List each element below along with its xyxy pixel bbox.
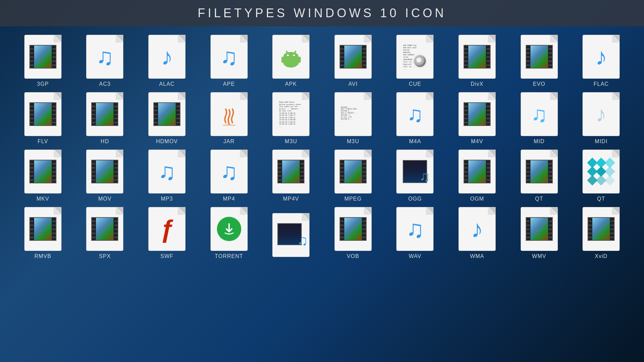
label-evo: EVO [533, 81, 545, 87]
label-mp3: MP3 [161, 196, 173, 202]
label-qt-diamond: QT [597, 196, 605, 202]
svg-rect-8 [298, 57, 301, 63]
label-mov: MOV [98, 196, 112, 202]
wav-note-icon: ♫ [406, 215, 424, 243]
torrent-logo-icon [222, 222, 236, 236]
icon-evo[interactable]: EVO [510, 33, 569, 87]
icon-3gp[interactable]: 3GP [14, 33, 72, 87]
music-note-icon: ♫ [220, 45, 238, 69]
icon-ogm[interactable]: OGM [448, 148, 506, 202]
music-note-icon: ♪ [595, 45, 607, 69]
icon-xvid[interactable]: XviD [572, 205, 630, 259]
icon-avi[interactable]: AVI [324, 33, 382, 87]
page-title: FILETYPES WINDOWS 10 ICON [0, 6, 644, 20]
label-ogg: OGG [408, 196, 422, 202]
music-note-icon: ♪ [161, 45, 173, 69]
icon-mp4[interactable]: ♫ MP4 [200, 148, 258, 202]
label-mkv: MKV [36, 196, 49, 202]
ogg-note-icon: ♫ [419, 169, 430, 185]
icon-mp4v[interactable]: MP4V [262, 148, 320, 202]
icon-mp3[interactable]: ♫ MP3 [138, 148, 196, 202]
label-wav: WAV [409, 253, 422, 259]
icon-flac[interactable]: ♪ FLAC [572, 33, 630, 87]
label-jar: JAR [223, 138, 234, 145]
icon-ogg[interactable]: ♫ OGG [386, 148, 445, 202]
icon-cue[interactable]: REM GENRE PopREM DATE 2016DISCIDBRCAUSER… [386, 33, 445, 87]
icon-mpeg[interactable]: MPEG [324, 148, 382, 202]
music-note-icon: ♫ [220, 160, 238, 183]
label-cue: CUE [409, 81, 421, 87]
svg-point-2 [283, 52, 298, 60]
icon-spx[interactable]: SPX [76, 205, 134, 259]
label-divx: DivX [471, 81, 484, 87]
label-apk: APK [285, 81, 297, 87]
label-swf: SWF [160, 253, 174, 259]
icon-torrent[interactable]: TORRENT [200, 205, 258, 259]
label-m3u-doc: M3U [347, 138, 359, 145]
label-m3u: M3U [285, 138, 297, 145]
icon-ac3[interactable]: ♫ AC3 [76, 33, 134, 87]
label-ac3: AC3 [99, 81, 110, 87]
mid-note-icon: ♫ [531, 102, 547, 127]
icon-wma[interactable]: ♪ WMA [448, 205, 506, 259]
icon-ape[interactable]: ♫ APE [200, 33, 258, 87]
label-avi: AVI [348, 81, 358, 87]
icon-m4a[interactable]: ♫ M4A [386, 90, 445, 145]
icon-wmv[interactable]: WMV [510, 205, 569, 259]
music-note-icon: ♫ [96, 45, 114, 69]
label-xvid: XviD [595, 253, 608, 259]
icon-alac[interactable]: ♪ ALAC [138, 33, 196, 87]
label-m4a: M4A [409, 138, 421, 145]
music-note-icon: ♫ [158, 160, 176, 183]
video-audio-note-icon: ♫ [297, 232, 308, 249]
icon-hd[interactable]: HD [76, 90, 134, 145]
icon-mov[interactable]: MOV [76, 148, 134, 202]
icons-grid: 3GP ♫ AC3 ♪ ALAC ♫ APE [0, 26, 644, 266]
icon-qt-video[interactable]: QT [510, 148, 569, 202]
label-flac: FLAC [594, 81, 609, 87]
icon-rmvb[interactable]: RMVB [14, 205, 72, 259]
icon-m4v[interactable]: M4V [448, 90, 506, 145]
icon-jar[interactable]: JAR [200, 90, 258, 145]
svg-point-11 [222, 124, 236, 126]
label-torrent: TORRENT [215, 253, 243, 259]
label-flv: FLV [38, 138, 48, 145]
label-m4v: M4V [471, 138, 483, 145]
icon-swf[interactable]: ƒ SWF [138, 205, 196, 259]
label-qt-video: QT [535, 196, 543, 202]
icon-hdmov[interactable]: HDMOV [138, 90, 196, 145]
svg-rect-7 [281, 57, 284, 63]
label-mid: MID [534, 138, 544, 145]
label-wmv: WMV [532, 253, 546, 259]
label-ape: APE [223, 81, 235, 87]
icon-qt-diamond[interactable]: QT [572, 148, 630, 202]
label-hdmov: HDMOV [156, 138, 178, 145]
icon-vob[interactable]: VOB [324, 205, 382, 259]
label-rmvb: RMVB [34, 253, 51, 259]
java-icon [219, 102, 239, 126]
torrent-circle-icon [217, 217, 241, 241]
flash-f-icon: ƒ [160, 216, 174, 242]
icon-mkv[interactable]: MKV [14, 148, 72, 202]
label-wma: WMA [470, 253, 484, 259]
header: FILETYPES WINDOWS 10 ICON [0, 0, 644, 26]
midi-note-icon: ♪ [596, 102, 606, 127]
label-alac: ALAC [159, 81, 175, 87]
icon-m3u-text[interactable]: Read mode Genre Online accounts shown: T… [262, 90, 320, 145]
icon-flv[interactable]: FLV [14, 90, 72, 145]
icon-mid[interactable]: ♫ MID [510, 90, 569, 145]
icon-midi[interactable]: ♪ MIDI [572, 90, 630, 145]
label-spx: SPX [99, 253, 111, 259]
music-note-icon: ♫ [407, 103, 423, 125]
label-3gp: 3GP [37, 81, 49, 87]
label-mp4: MP4 [223, 196, 235, 202]
icon-video-audio[interactable]: ♫ [262, 205, 320, 259]
label-mpeg: MPEG [344, 196, 362, 202]
svg-rect-10 [293, 59, 295, 65]
icon-m3u-music[interactable]: #EXTM3U#EXT-X-MEDIA-SEQU...#EXTINF:0 ...… [324, 90, 382, 145]
label-mp4v: MP4V [283, 196, 299, 202]
icon-apk[interactable]: APK [262, 33, 320, 87]
icon-divx[interactable]: DivX [448, 33, 506, 87]
label-vob: VOB [347, 253, 359, 259]
icon-wav[interactable]: ♫ WAV [386, 205, 445, 259]
